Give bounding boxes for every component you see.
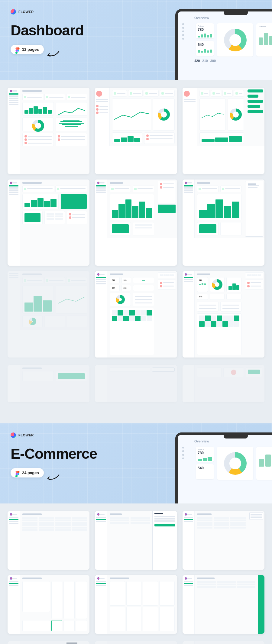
thumbnail[interactable]: [183, 511, 264, 570]
thumbnail[interactable]: [95, 511, 177, 570]
flower-icon: [11, 9, 16, 15]
preview-stat: Projects 780: [196, 23, 214, 38]
preview-bars: Statistics: [256, 23, 272, 57]
thumbnail[interactable]: 780 540: [183, 271, 264, 358]
thumbnail[interactable]: [8, 575, 89, 634]
preview-stat: 540: [196, 41, 214, 56]
thumbnail[interactable]: [8, 271, 89, 358]
svg-point-1: [18, 473, 19, 475]
flower-icon: [11, 432, 16, 438]
thumbnail[interactable]: [8, 88, 89, 174]
figma-icon: [15, 47, 20, 52]
preview-sidebar: [182, 23, 193, 40]
pages-badge[interactable]: 12 pages: [11, 45, 44, 54]
thumbnail[interactable]: [183, 365, 264, 402]
dashboard-gallery: 780126 324215 780 540: [0, 80, 272, 365]
badge-text: 12 pages: [22, 47, 39, 52]
preview-donut: [217, 23, 253, 57]
brand-name: FLOWER: [18, 433, 34, 437]
hero-ecommerce: FLOWER E-Commerce 24 pages Overview Proj…: [0, 423, 272, 503]
brand-name: FLOWER: [18, 10, 34, 14]
thumbnail[interactable]: [183, 575, 264, 634]
thumbnail[interactable]: [183, 88, 264, 174]
badge-text: 24 pages: [22, 471, 39, 475]
thumbnail[interactable]: [95, 365, 177, 402]
arrow-icon: [45, 473, 60, 482]
thumbnail[interactable]: [8, 365, 89, 402]
thumbnail[interactable]: [8, 180, 89, 266]
thumbnail[interactable]: [183, 641, 264, 644]
thumbnail[interactable]: [8, 641, 89, 644]
svg-point-0: [18, 50, 19, 51]
thumbnail[interactable]: [95, 641, 177, 644]
thumbnail[interactable]: [183, 180, 264, 266]
faded-row: [0, 365, 272, 414]
hero-dashboard: FLOWER Dashboard 12 pages Overview Proje…: [0, 0, 272, 80]
arrow-icon: [45, 50, 60, 59]
figma-icon: [15, 471, 20, 475]
pages-badge[interactable]: 24 pages: [11, 468, 44, 477]
preview-header: Overview: [194, 16, 272, 20]
preview-header: Overview: [194, 439, 272, 443]
thumbnail[interactable]: [95, 575, 177, 634]
thumbnail[interactable]: [95, 180, 177, 266]
device-preview: Overview Projects780 540: [175, 432, 272, 503]
device-preview: Overview Projects 780 540: [175, 9, 272, 80]
thumbnail[interactable]: 780126 324215: [95, 271, 177, 358]
thumbnail[interactable]: [8, 511, 89, 570]
faded-row-2: [0, 641, 272, 644]
ecommerce-gallery: [0, 503, 272, 641]
thumbnail[interactable]: [95, 88, 177, 174]
